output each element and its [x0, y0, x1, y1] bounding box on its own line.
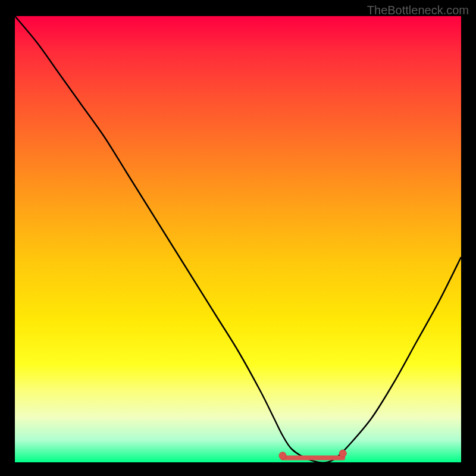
marker-end — [339, 450, 346, 457]
chart-plot-area — [15, 16, 461, 462]
marker-start — [279, 452, 286, 459]
chart-svg — [15, 16, 461, 462]
watermark-text: TheBottleneck.com — [367, 4, 469, 17]
curve-line — [15, 16, 461, 462]
